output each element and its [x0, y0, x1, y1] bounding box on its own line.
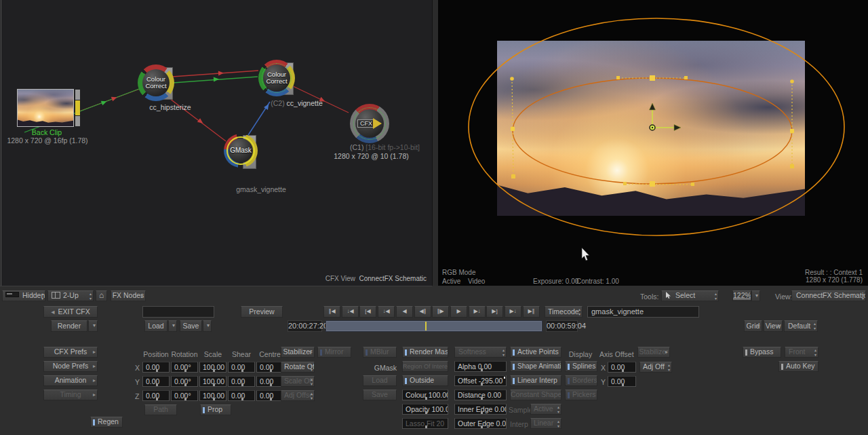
timeline-bar[interactable]: [326, 320, 542, 332]
home-button[interactable]: ⌂: [96, 290, 107, 301]
shape-animation-toggle[interactable]: Shape Animation: [510, 361, 561, 372]
clip-tab-bottom[interactable]: [75, 116, 80, 126]
pickers-toggle[interactable]: Pickers: [565, 390, 597, 400]
regen-toggle[interactable]: Regen: [90, 417, 123, 428]
outside-toggle[interactable]: Outside: [402, 375, 448, 386]
zoom-level-dropdown[interactable]: [751, 290, 760, 301]
gmask-save-button[interactable]: Save: [363, 390, 397, 400]
select-tool-combo[interactable]: Select: [661, 290, 719, 301]
schematic-view[interactable]: Back Clip 1280 x 720 @ 16fp (1.78) Colou…: [0, 0, 432, 286]
layout-2up-combo[interactable]: 2-Up: [47, 290, 94, 301]
step-back-button[interactable]: ◀∥: [414, 306, 431, 318]
active-label[interactable]: Active: [442, 278, 460, 285]
prev-marker-button[interactable]: ↓◀: [378, 306, 395, 318]
node-gmask[interactable]: GMask: [224, 134, 258, 168]
active-points-toggle[interactable]: Active Points: [510, 347, 561, 358]
render-button[interactable]: Render: [51, 320, 87, 332]
go-to-out-button[interactable]: ▶]: [486, 306, 503, 318]
render-dropdown[interactable]: [88, 320, 98, 332]
rotation-y-field[interactable]: 0.00°: [171, 376, 198, 387]
exit-cfx-button[interactable]: ◂EXIT CFX: [43, 306, 98, 318]
shear-z-field[interactable]: 0.00: [228, 390, 255, 401]
interp-combo[interactable]: Linear: [530, 418, 561, 429]
play-button[interactable]: ▶: [450, 306, 467, 318]
load-button[interactable]: Load: [144, 320, 167, 332]
outer-edge-field[interactable]: Outer Edge 0.00: [454, 418, 507, 429]
clip-tab-top[interactable]: [75, 90, 80, 100]
position-x-field[interactable]: 0.00: [142, 362, 170, 373]
axis-widget[interactable]: [650, 103, 682, 131]
timecode-mode-combo[interactable]: Timecode: [545, 306, 583, 318]
axis-offset-x-field[interactable]: 0.00: [608, 362, 636, 373]
control-points[interactable]: [510, 75, 794, 187]
colour-field[interactable]: Colour 100.00: [402, 390, 448, 400]
lasso-fit-field[interactable]: Lasso Fit 20: [402, 418, 448, 429]
duration-timecode[interactable]: 00:00:59:04: [546, 320, 578, 332]
preview-button[interactable]: Preview: [241, 306, 283, 318]
grid-button[interactable]: Grid: [744, 320, 762, 332]
load-dropdown[interactable]: [168, 320, 177, 332]
hidden-combo[interactable]: Hidden: [2, 290, 45, 301]
front-combo[interactable]: Front: [785, 347, 818, 358]
playhead[interactable]: [425, 322, 427, 330]
opacity-field[interactable]: Opacity 100.00%: [402, 404, 448, 415]
step-forward-button[interactable]: ∥▶: [432, 306, 449, 318]
gmask-load-button[interactable]: Load: [363, 375, 397, 386]
node-prefs-button[interactable]: Node Prefs: [43, 361, 98, 372]
stabilizer-button[interactable]: Stabilizer: [281, 347, 315, 358]
save-dropdown[interactable]: [203, 320, 212, 332]
fx-nodes-button[interactable]: FX Nodes: [111, 290, 146, 301]
scale-z-field[interactable]: 100.00: [199, 390, 226, 401]
centre-z-field[interactable]: 0.00: [256, 390, 283, 401]
adj-offset-combo[interactable]: Adj Offset: [281, 390, 315, 401]
go-to-in-button[interactable]: [◀: [359, 306, 376, 318]
linear-interp-toggle[interactable]: Linear Interp: [510, 375, 561, 386]
cfx-play-icon[interactable]: [373, 118, 382, 129]
constant-shape-button[interactable]: Constant Shape: [510, 390, 561, 400]
adj-off-combo[interactable]: Adj Off: [639, 362, 672, 373]
cfx-prefs-button[interactable]: CFX Prefs: [43, 347, 98, 358]
save-button[interactable]: Save: [180, 320, 202, 332]
view-button[interactable]: View: [764, 320, 783, 332]
shear-y-field[interactable]: 0.00: [228, 376, 255, 387]
alpha-field[interactable]: Alpha 0.00: [454, 361, 507, 372]
centre-x-field[interactable]: 0.00: [256, 362, 283, 373]
next-marker-button[interactable]: ▶↓: [469, 306, 486, 318]
view-mode-combo[interactable]: ConnectFX Schematic: [791, 290, 866, 301]
distance-field[interactable]: Distance 0.00: [454, 390, 507, 400]
exposure-label[interactable]: Exposure: 0.00: [533, 278, 578, 285]
borders-toggle[interactable]: Borders: [565, 375, 597, 386]
node-back-clip[interactable]: [17, 89, 80, 127]
centre-y-field[interactable]: 0.00: [256, 376, 283, 387]
rotate-off-combo[interactable]: Rotate Off: [281, 362, 315, 373]
prev-keyframe-button[interactable]: ↓◀: [342, 306, 359, 318]
auto-key-toggle[interactable]: Auto Key: [778, 361, 818, 372]
scale-x-field[interactable]: 100.00: [199, 362, 226, 373]
gmask-overlay[interactable]: [438, 0, 868, 286]
current-timecode[interactable]: 20:00:27:20: [288, 320, 322, 332]
shear-x-field[interactable]: 0.00: [228, 362, 255, 373]
prop-toggle[interactable]: Prop: [200, 404, 231, 415]
mblur-toggle[interactable]: MBlur: [363, 347, 397, 358]
splines-toggle[interactable]: Splines: [565, 361, 597, 372]
bypass-toggle[interactable]: Bypass: [743, 347, 781, 358]
result-viewer[interactable]: RGB Mode Active Video Exposure: 0.00 Con…: [438, 0, 868, 286]
go-to-start-button[interactable]: ∥◀: [323, 306, 340, 318]
scale-off-combo[interactable]: Scale Off: [281, 376, 315, 387]
sample-combo[interactable]: Active: [530, 404, 561, 415]
contrast-label[interactable]: Contrast: 1.00: [576, 278, 619, 285]
next-keyframe-button[interactable]: ▶↓: [505, 306, 521, 318]
setup-name-field[interactable]: [142, 306, 214, 318]
go-to-end-button[interactable]: ▶∥: [523, 306, 540, 318]
inner-edge-field[interactable]: Inner Edge 0.00: [454, 404, 507, 415]
gmask-inner-ellipse[interactable]: [513, 78, 792, 184]
position-y-field[interactable]: 0.00: [142, 376, 170, 387]
rotation-z-field[interactable]: 0.00°: [171, 390, 198, 401]
node-colour-correct-1[interactable]: Colour Correct: [138, 64, 174, 101]
gmask-outer-ellipse[interactable]: [469, 18, 844, 235]
node-colour-correct-2[interactable]: Colour Correct: [258, 60, 295, 96]
node-cfx-result[interactable]: CFX: [350, 104, 389, 143]
play-reverse-button[interactable]: ◀: [396, 306, 413, 318]
path-button[interactable]: Path: [144, 404, 177, 415]
region-of-interest-button[interactable]: Region Of Interest: [402, 361, 448, 372]
